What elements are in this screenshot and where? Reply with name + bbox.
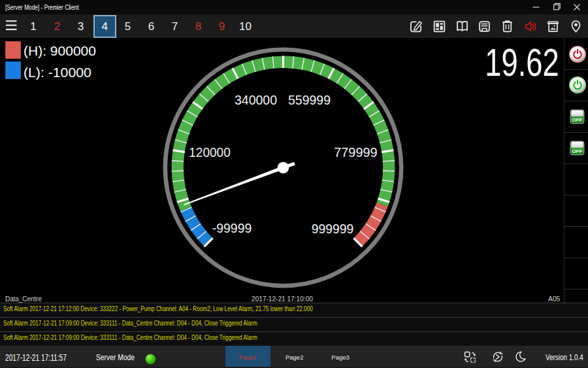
svg-text:120000: 120000 [189,144,231,159]
svg-text:999999: 999999 [312,221,354,236]
svg-text:559999: 559999 [288,92,331,107]
svg-text:779999: 779999 [334,144,377,159]
svg-text:-99999: -99999 [212,220,252,235]
svg-text:340000: 340000 [235,92,277,107]
